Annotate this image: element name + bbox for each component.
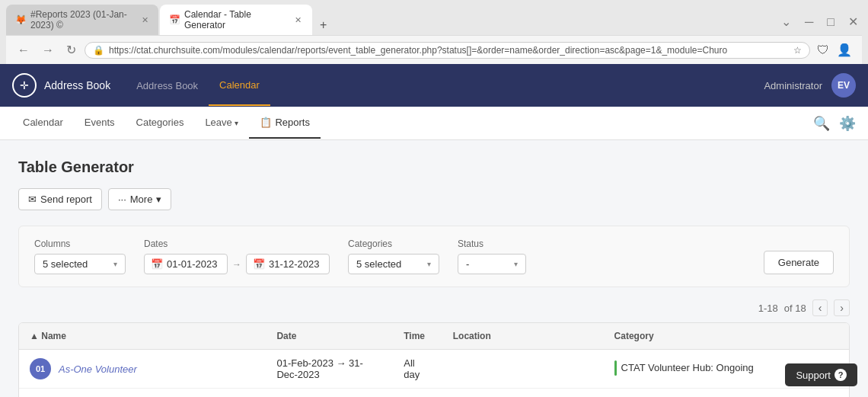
support-button[interactable]: Support ?: [785, 363, 857, 386]
support-label: Support: [796, 370, 831, 381]
more-dots-icon: ···: [118, 194, 126, 205]
tab-list-button[interactable]: ⌄: [777, 13, 795, 30]
tab-label-1: #Reports 2023 (01-Jan-2023) ©: [30, 9, 136, 30]
leave-dropdown-icon: ▾: [235, 119, 238, 127]
profile-icon[interactable]: 👤: [834, 40, 854, 59]
table-cell-date: 01-Jan-2023 → 31-Dec-2023: [266, 389, 393, 398]
date-range-arrow: →: [232, 259, 241, 270]
forward-button[interactable]: →: [38, 42, 58, 59]
send-report-label: Send report: [40, 194, 92, 205]
address-text: https://ctat.churchsuite.com/modules/cal…: [109, 45, 727, 56]
columns-label: Columns: [34, 239, 126, 249]
status-label: Status: [458, 239, 526, 249]
status-filter-group: Status - ▾: [458, 239, 526, 274]
search-icon[interactable]: 🔍: [813, 115, 830, 132]
table-cell-actions: ⋯: [806, 389, 849, 398]
nav-address-book[interactable]: Address Book: [126, 66, 209, 105]
reload-button[interactable]: ↻: [62, 41, 80, 59]
generate-group: Generate: [764, 251, 834, 274]
columns-arrow-icon: ▾: [113, 260, 117, 268]
categories-arrow-icon: ▾: [427, 260, 431, 268]
event-badge: 01: [30, 358, 51, 379]
tab-close-2[interactable]: ✕: [293, 14, 303, 25]
subnav-events[interactable]: Events: [74, 107, 126, 139]
results-range: 1-18: [758, 303, 778, 314]
table-cell-category: CTAT Volunteer Hub: Child and Youth: Ong…: [604, 389, 806, 398]
col-date-label: Date: [276, 331, 296, 341]
tab-favicon-2: 📅: [169, 14, 180, 25]
main-content: Table Generator ✉ Send report ··· More ▾…: [0, 140, 868, 397]
table-cell-time: All day: [393, 389, 442, 398]
columns-filter-group: Columns 5 selected ▾: [34, 239, 126, 274]
sub-nav: Calendar Events Categories Leave ▾ 📋 Rep…: [0, 107, 868, 140]
columns-select[interactable]: 5 selected ▾: [34, 254, 126, 274]
col-time-label: Time: [404, 331, 425, 341]
prev-page-button[interactable]: ‹: [812, 299, 828, 316]
app-header: ✛ Address Book Address Book Calendar Adm…: [0, 64, 868, 107]
send-report-button[interactable]: ✉ Send report: [18, 188, 102, 210]
generate-button[interactable]: Generate: [764, 251, 834, 274]
tab-close-1[interactable]: ✕: [141, 14, 149, 25]
toolbar-icons: 🛡 👤: [815, 40, 854, 59]
subnav-categories[interactable]: Categories: [126, 107, 195, 139]
date-from-value: 01-01-2023: [167, 258, 218, 270]
star-icon: ☆: [793, 45, 802, 56]
calendar-from-icon: 📅: [151, 258, 163, 270]
more-button[interactable]: ··· More ▾: [108, 188, 171, 210]
reports-icon: 📋: [260, 117, 272, 128]
table-row: 🧑 Bishopswood Junior & Infants School Re…: [19, 389, 849, 398]
subnav-reports[interactable]: 📋 Reports: [249, 107, 321, 139]
subnav-leave[interactable]: Leave ▾: [194, 107, 249, 139]
subnav-leave-label: Leave: [205, 117, 231, 128]
close-window-button[interactable]: ✕: [844, 13, 862, 30]
browser-tab-1[interactable]: 🦊 #Reports 2023 (01-Jan-2023) © ✕: [6, 5, 158, 35]
avatar[interactable]: EV: [831, 73, 856, 98]
dates-filter-group: Dates 📅 01-01-2023 → 📅 31-12-2023: [144, 239, 330, 274]
col-date: Date: [266, 323, 393, 350]
minimize-button[interactable]: ─: [801, 14, 817, 30]
table-cell-category: CTAT Volunteer Hub: Ongoing: [604, 350, 806, 389]
maximize-button[interactable]: □: [823, 14, 838, 30]
lock-icon: 🔒: [93, 45, 104, 56]
browser-tab-2[interactable]: 📅 Calendar - Table Generator ✕: [160, 5, 312, 35]
extensions-icon[interactable]: 🛡: [815, 41, 831, 59]
col-category-label: Category: [614, 331, 654, 341]
back-button[interactable]: ←: [14, 42, 34, 59]
table-header: ▲ Name Date Time Location Category: [19, 323, 849, 350]
results-info: 1-18 of 18 ‹ ›: [18, 299, 850, 316]
table-cell-time: All day: [393, 350, 442, 389]
new-tab-button[interactable]: +: [314, 15, 333, 35]
date-to-input[interactable]: 📅 31-12-2023: [246, 254, 330, 274]
table-container: ▲ Name Date Time Location Category: [18, 322, 850, 397]
calendar-to-icon: 📅: [253, 258, 265, 270]
header-nav: Address Book Calendar: [126, 66, 270, 106]
event-link[interactable]: As-One Volunteer: [59, 363, 137, 375]
status-select[interactable]: - ▾: [458, 254, 526, 274]
support-help-icon: ?: [834, 369, 847, 381]
logo-text[interactable]: Address Book: [44, 79, 110, 91]
categories-value: 5 selected: [356, 258, 401, 270]
status-arrow-icon: ▾: [514, 260, 518, 268]
more-label: More: [130, 194, 153, 205]
categories-label: Categories: [348, 239, 439, 249]
col-category: Category: [604, 323, 806, 350]
col-name[interactable]: ▲ Name: [19, 323, 266, 350]
date-to-value: 31-12-2023: [269, 258, 320, 270]
header-right: Administrator EV: [764, 73, 856, 98]
data-table: ▲ Name Date Time Location Category: [19, 323, 849, 397]
next-page-button[interactable]: ›: [834, 299, 850, 316]
table-cell-location: Bishopswood Junior & Infants School: [442, 389, 604, 398]
subnav-calendar[interactable]: Calendar: [12, 107, 74, 139]
categories-select[interactable]: 5 selected ▾: [348, 254, 439, 274]
nav-calendar[interactable]: Calendar: [209, 66, 270, 106]
date-from-input[interactable]: 📅 01-01-2023: [144, 254, 228, 274]
more-dropdown-icon: ▾: [156, 194, 161, 205]
header-username: Administrator: [764, 80, 822, 91]
status-value: -: [466, 258, 469, 270]
tab-label-2: Calendar - Table Generator: [184, 9, 289, 30]
col-name-label: ▲ Name: [30, 331, 66, 341]
settings-icon[interactable]: ⚙️: [839, 115, 856, 132]
col-actions: [806, 323, 849, 350]
address-bar[interactable]: 🔒 https://ctat.churchsuite.com/modules/c…: [85, 42, 810, 59]
browser-chrome: 🦊 #Reports 2023 (01-Jan-2023) © ✕ 📅 Cale…: [0, 0, 868, 64]
